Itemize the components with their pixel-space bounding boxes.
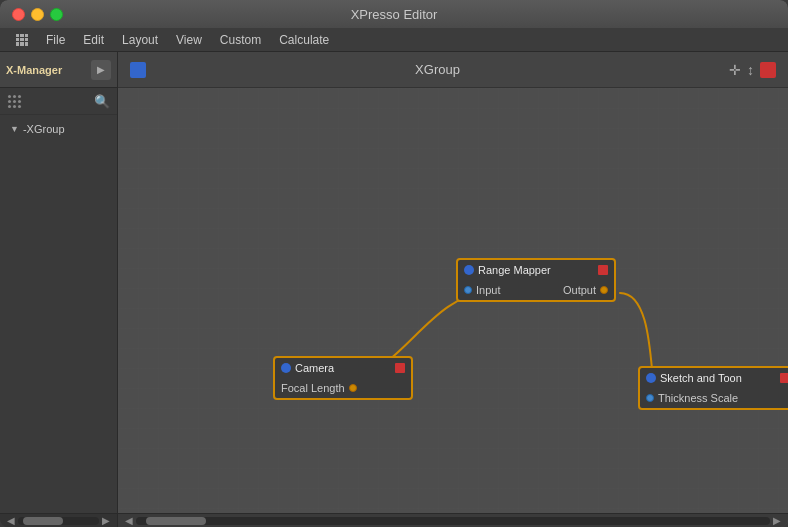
sketch-toon-header: Sketch and Toon [640, 368, 788, 388]
menu-view[interactable]: View [168, 31, 210, 49]
sketch-toon-port-label: Thickness Scale [658, 392, 738, 404]
camera-color-dot [281, 363, 291, 373]
camera-node-header: Camera [275, 358, 411, 378]
range-mapper-header: Range Mapper [458, 260, 614, 280]
canvas-scrollbar-thumb[interactable] [146, 517, 206, 525]
sidebar-header: X-Manager ▶ [0, 52, 117, 88]
canvas-scroll-left-icon[interactable]: ◀ [122, 515, 136, 526]
range-mapper-output-dot[interactable] [600, 286, 608, 294]
sketch-toon-input-port[interactable]: Thickness Scale [646, 392, 738, 404]
node-canvas[interactable]: Camera Focal Length Range Mapper [118, 88, 788, 513]
move-icon[interactable]: ✛ [729, 62, 741, 78]
window-title: XPresso Editor [351, 7, 438, 22]
canvas-scrollbar: ◀ ▶ [118, 513, 788, 527]
sketch-toon-input-dot[interactable] [646, 394, 654, 402]
close-button[interactable] [12, 8, 25, 21]
sidebar-scrollbar[interactable]: ◀ ▶ [0, 513, 117, 527]
sketch-toon-indicator [780, 373, 788, 383]
menu-file[interactable]: File [38, 31, 73, 49]
sketch-toon-body: Thickness Scale [640, 388, 788, 408]
canvas-controls: ✛ ↕ [729, 62, 776, 78]
camera-node-body: Focal Length [275, 378, 411, 398]
main-layout: X-Manager ▶ 🔍 ▼ -XGroup ◀ ▶ [0, 52, 788, 527]
camera-port-label: Focal Length [281, 382, 345, 394]
menu-layout[interactable]: Layout [114, 31, 166, 49]
scroll-right-icon[interactable]: ▶ [99, 515, 113, 526]
xgroup-color-indicator [130, 62, 146, 78]
sidebar-tools: 🔍 [0, 88, 117, 115]
range-mapper-input-label: Input [476, 284, 500, 296]
camera-focal-length-port[interactable]: Focal Length [281, 382, 357, 394]
range-mapper-input-dot[interactable] [464, 286, 472, 294]
close-canvas-button[interactable] [760, 62, 776, 78]
camera-node-indicator [395, 363, 405, 373]
sidebar-title: X-Manager [6, 64, 87, 76]
range-mapper-color-dot [464, 265, 474, 275]
canvas-title: XGroup [146, 62, 729, 77]
sidebar-tree: ▼ -XGroup [0, 115, 117, 513]
canvas-scrollbar-track[interactable] [136, 517, 770, 525]
range-mapper-title: Range Mapper [478, 264, 594, 276]
search-icon[interactable]: 🔍 [93, 92, 111, 110]
canvas-header: XGroup ✛ ↕ [118, 52, 788, 88]
range-mapper-body: Input Output [458, 280, 614, 300]
canvas-scroll-right-icon[interactable]: ▶ [770, 515, 784, 526]
title-bar: XPresso Editor [0, 0, 788, 28]
menu-custom[interactable]: Custom [212, 31, 269, 49]
sketch-toon-color-dot [646, 373, 656, 383]
minimize-button[interactable] [31, 8, 44, 21]
scroll-left-icon[interactable]: ◀ [4, 515, 18, 526]
sidebar: X-Manager ▶ 🔍 ▼ -XGroup ◀ ▶ [0, 52, 118, 527]
arrow-updown-icon[interactable]: ↕ [747, 62, 754, 78]
camera-output-dot[interactable] [349, 384, 357, 392]
menu-bar: File Edit Layout View Custom Calculate [0, 28, 788, 52]
sidebar-collapse-button[interactable]: ▶ [91, 60, 111, 80]
menu-grid-icon [8, 32, 36, 48]
menu-edit[interactable]: Edit [75, 31, 112, 49]
camera-node-title: Camera [295, 362, 391, 374]
range-mapper-indicator [598, 265, 608, 275]
range-mapper-output-port[interactable]: Output [563, 284, 608, 296]
range-mapper-output-label: Output [563, 284, 596, 296]
camera-node[interactable]: Camera Focal Length [273, 356, 413, 400]
tree-item-xgroup[interactable]: ▼ -XGroup [6, 121, 111, 137]
tree-arrow-icon: ▼ [10, 124, 19, 134]
sketch-toon-node[interactable]: Sketch and Toon Thickness Scale [638, 366, 788, 410]
tree-item-label: -XGroup [23, 123, 65, 135]
maximize-button[interactable] [50, 8, 63, 21]
sketch-toon-title: Sketch and Toon [660, 372, 776, 384]
scrollbar-thumb[interactable] [23, 517, 63, 525]
range-mapper-node[interactable]: Range Mapper Input Output [456, 258, 616, 302]
traffic-lights [12, 8, 63, 21]
canvas-area: XGroup ✛ ↕ Camera [118, 52, 788, 527]
drag-handle-icon [6, 93, 23, 110]
range-mapper-input-port[interactable]: Input [464, 284, 500, 296]
connections-svg [118, 88, 788, 513]
menu-calculate[interactable]: Calculate [271, 31, 337, 49]
